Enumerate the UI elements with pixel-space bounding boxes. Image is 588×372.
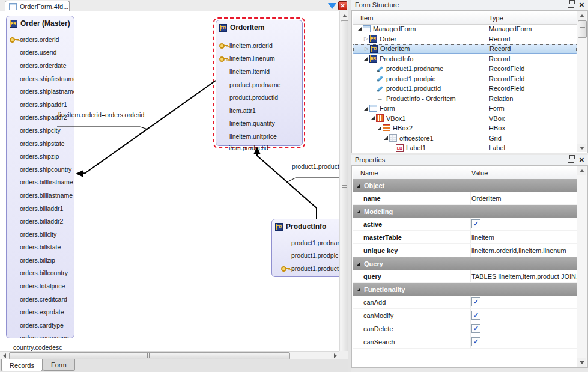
form-structure-panel: Item Type ManagedFormManagedForm▷EROrder… [351,10,588,153]
property-value: ✓ [471,297,577,306]
close-icon[interactable]: ✕ [338,1,347,10]
tree-row[interactable]: ▷EROrderRecord [353,34,577,44]
expanded-arrow-icon[interactable] [371,116,375,120]
pencil-icon [376,75,384,82]
tree-item-label: ManagedForm [373,25,416,32]
property-value[interactable]: TABLES lineitem,item,product JOIN... [471,273,577,280]
checkbox[interactable]: ✓ [471,219,480,228]
tree-row[interactable]: ERProductInfoRecord [353,54,577,64]
diagram-canvas[interactable]: ER Order (Master) orders.orderidorders.u… [0,11,339,351]
collapsed-arrow-icon[interactable]: ▷ [364,36,368,41]
scroll-up-icon[interactable] [577,11,586,20]
property-value[interactable]: OrderItem [471,195,577,202]
properties-header: Name Value [353,166,587,180]
expanded-arrow-icon[interactable] [377,126,381,130]
tree-row[interactable]: VBox1VBox [353,114,577,124]
property-row[interactable]: queryTABLES lineitem,item,product JOIN..… [353,270,577,283]
hbox-icon [383,124,390,132]
tree-row[interactable]: LBLabel1Label [353,143,577,152]
document-tab[interactable]: OrderForm.4fd... [5,1,70,11]
property-row[interactable]: canDelete✓ [353,322,577,335]
section-expand-icon[interactable] [357,210,360,213]
column-item: Item [353,14,373,22]
property-section[interactable]: Modeling [353,205,577,218]
property-name: masterTable [353,231,471,243]
property-value[interactable]: lineitem.orderid,lineitem.linenum [471,247,577,254]
properties-titlebar: Properties ✕ [351,155,588,165]
view-tab-bar: Records Form [0,359,351,372]
arrow-slot: ▷ [363,46,370,52]
scroll-up-icon[interactable] [340,11,349,20]
scroll-down-icon[interactable] [577,144,586,152]
section-expand-icon[interactable] [357,262,360,266]
er-icon: ER [369,35,377,43]
scrollbar-thumb[interactable] [341,20,349,354]
property-section[interactable]: Query [353,257,577,270]
column-value: Value [471,169,488,177]
checkbox[interactable]: ✓ [471,297,480,306]
property-row[interactable]: unique keylineitem.orderid,lineitem.line… [353,244,577,257]
properties-scrollbar[interactable] [577,166,587,367]
expanded-arrow-icon[interactable] [357,27,362,31]
tree-row[interactable]: officestore1Grid [353,133,577,144]
scrollbar-thumb[interactable] [578,20,587,38]
tree-scrollbar[interactable] [577,11,587,152]
tree-row[interactable]: ManagedFormManagedForm [353,24,577,34]
property-value: ✓ [471,311,577,320]
float-panel-icon[interactable] [568,2,574,8]
property-row[interactable]: active✓ [353,218,577,231]
arrow-slot [363,56,369,61]
canvas-horizontal-scrollbar[interactable] [0,351,339,359]
property-section[interactable]: Functionality [353,283,577,296]
tree-row[interactable]: FormForm [353,103,577,114]
close-icon[interactable]: ✕ [579,2,584,8]
property-value[interactable]: lineitem [471,234,577,241]
property-row[interactable]: nameOrderItem [353,192,577,205]
tree-item-label: Order [380,35,396,43]
checkbox[interactable]: ✓ [471,324,480,333]
property-row[interactable]: canSearch✓ [353,335,577,349]
property-section[interactable]: Object [353,179,577,192]
section-expand-icon[interactable] [357,288,360,291]
canvas-vertical-scrollbar[interactable] [339,11,348,351]
checkbox[interactable]: ✓ [471,311,480,320]
tree-row[interactable]: →ProductInfo - OrderItemRelation [353,94,577,104]
tree-item-type: RecordField [489,75,524,82]
properties-rows: ObjectnameOrderItemModelingactive✓master… [353,179,577,367]
tree-item-label: product1.prodpic [386,75,435,82]
column-name: Name [353,169,378,177]
float-panel-icon[interactable] [568,157,574,163]
tree-row[interactable]: product1.prodnameRecordField [353,64,577,74]
property-name: canSearch [353,335,471,348]
tab-form[interactable]: Form [43,359,75,371]
property-row[interactable]: masterTablelineitem [353,231,577,244]
tree-row[interactable]: product1.productidRecordField [353,84,577,94]
expanded-arrow-icon[interactable] [364,56,368,61]
tree-item-label: ProductInfo - OrderItem [386,95,456,102]
properties-panel: Name Value ObjectnameOrderItemModelingac… [351,165,588,368]
tree-item-label: Form [380,105,395,112]
property-row[interactable]: canAdd✓ [353,296,577,309]
tree-row[interactable]: product1.prodpicRecordField [353,74,577,84]
tree-item-type: RecordField [489,85,524,92]
tree-row[interactable]: HBox2HBox [353,123,577,133]
tree-item-type: Record [489,35,510,43]
collapsed-arrow-icon[interactable]: ▷ [365,46,369,52]
arrow-slot [383,136,389,140]
scroll-down-icon[interactable] [577,358,586,367]
panel-title: Properties [355,156,385,163]
form-structure-rows: ManagedFormManagedForm▷EROrderRecord▷ERO… [353,24,577,152]
expanded-arrow-icon[interactable] [364,106,368,111]
filter-triangle-icon[interactable] [328,3,336,9]
close-icon[interactable]: ✕ [579,157,584,163]
section-expand-icon[interactable] [357,184,360,188]
checkbox[interactable]: ✓ [471,337,480,346]
scroll-up-icon[interactable] [577,166,586,175]
property-row[interactable]: canModify✓ [353,309,577,322]
property-name: active [353,218,471,230]
section-label: Object [364,182,384,189]
tab-records[interactable]: Records [1,359,43,371]
expanded-arrow-icon[interactable] [384,136,388,140]
tree-row[interactable]: ▷EROrderItemRecord [353,44,577,54]
tree-item-type: Form [489,105,505,112]
